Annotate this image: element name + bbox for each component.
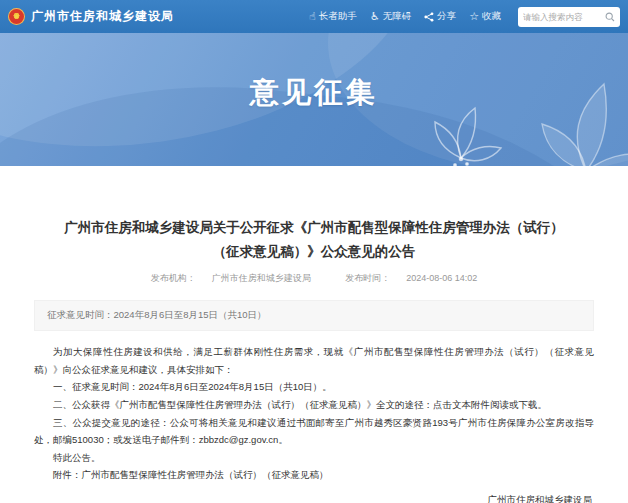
search-icon[interactable]	[605, 8, 615, 26]
elder-assistant-label: 长者助手	[319, 10, 357, 23]
accessibility-icon: ♿	[370, 11, 380, 22]
share-label: 分享	[437, 10, 456, 23]
elder-assistant-icon: ☝	[309, 11, 316, 22]
article-paragraph: 为加大保障性住房建设和供给，满足工薪群体刚性住房需求，现就《广州市配售型保障性住…	[34, 343, 594, 378]
article-paragraph: 二、公众获得《广州市配售型保障性住房管理办法（试行）（征求意见稿）》全文的途径：…	[34, 396, 594, 414]
banner-title: 意见征集	[250, 73, 378, 113]
accessibility-label: 无障碍	[383, 10, 412, 23]
article-paragraph: 特此公告。	[34, 449, 594, 467]
attachment-link[interactable]: 附件：广州市配售型保障性住房管理办法（试行）（征求意见稿）	[34, 466, 594, 484]
article-paragraph: 三、公众提交意见的途径：公众可将相关意见和建议通过书面邮寄至广州市越秀区豪贤路1…	[34, 414, 594, 449]
signature-block: 广州市住房和城乡建设局 2024年8月5日	[34, 490, 594, 503]
signature-agency: 广州市住房和城乡建设局	[34, 490, 592, 503]
share-icon	[424, 12, 434, 22]
article-meta: 发布机构：广州市住房和城乡建设局 发布时间：2024-08-06 14:02	[34, 272, 594, 285]
favorite-button[interactable]: ☆ 收藏	[469, 10, 501, 23]
site-name: 广州市住房和城乡建设局	[31, 8, 174, 25]
top-header-bar: ★ 广州市住房和城乡建设局 ☝ 长者助手 ♿ 无障碍 分享 ☆ 收藏	[0, 0, 628, 33]
search-box[interactable]	[518, 7, 620, 27]
search-input[interactable]	[523, 12, 605, 22]
header-toolbar: ☝ 长者助手 ♿ 无障碍 分享 ☆ 收藏	[309, 7, 620, 27]
publisher: 发布机构：广州市住房和城乡建设局	[143, 273, 319, 283]
favorite-star-icon: ☆	[469, 11, 479, 22]
article-content: 广州市住房和城乡建设局关于公开征求《广州市配售型保障性住房管理办法（试行）（征求…	[0, 166, 628, 503]
article-paragraph: 一、征求意见时间：2024年8月6日至2024年8月15日（共10日）。	[34, 378, 594, 396]
article-title: 广州市住房和城乡建设局关于公开征求《广州市配售型保障性住房管理办法（试行）（征求…	[52, 216, 577, 263]
site-logo-home-link[interactable]: ★ 广州市住房和城乡建设局	[8, 8, 174, 25]
accessibility-button[interactable]: ♿ 无障碍	[370, 10, 411, 23]
publish-time: 发布时间：2024-08-06 14:02	[337, 273, 485, 283]
national-emblem-icon: ★	[8, 8, 25, 25]
article-body: 为加大保障性住房建设和供给，满足工薪群体刚性住房需求，现就《广州市配售型保障性住…	[34, 343, 594, 484]
favorite-label: 收藏	[482, 10, 501, 23]
share-button[interactable]: 分享	[424, 10, 456, 23]
solicitation-period-notice: 征求意见时间：2024年8月6日至8月15日（共10日）	[34, 300, 594, 331]
elder-assistant-button[interactable]: ☝ 长者助手	[309, 10, 357, 23]
page-banner: 意见征集	[0, 33, 628, 166]
